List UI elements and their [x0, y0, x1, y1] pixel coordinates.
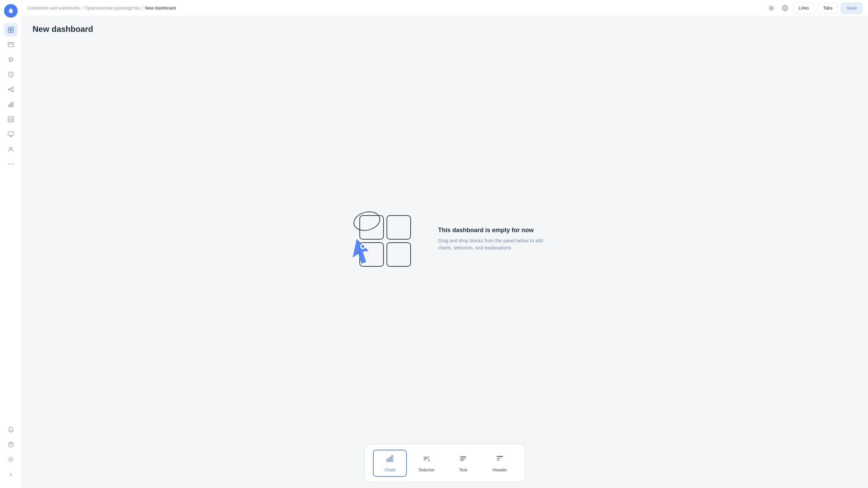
sidebar-item-datasets[interactable] — [4, 113, 18, 126]
selector-label: Selector — [418, 467, 435, 472]
sidebar-item-notifications[interactable] — [4, 423, 18, 436]
header-icon — [496, 454, 504, 465]
text-label: Text — [459, 467, 467, 472]
palette-item-selector[interactable]: Selector — [410, 450, 443, 477]
links-button[interactable]: Links — [793, 3, 815, 14]
breadcrumb-part-1[interactable]: Collections and workbooks — [27, 5, 80, 11]
svg-point-19 — [11, 446, 11, 446]
breadcrumb-sep-1: / — [82, 5, 83, 11]
svg-rect-9 — [8, 105, 10, 107]
svg-point-6 — [8, 89, 10, 90]
svg-point-15 — [8, 164, 9, 165]
svg-rect-11 — [12, 102, 13, 107]
settings-icon-btn[interactable] — [766, 3, 777, 14]
svg-point-24 — [361, 245, 364, 248]
page-header: New dashboard — [22, 16, 868, 39]
main-area: Collections and workbooks / Практические… — [22, 0, 868, 488]
svg-rect-12 — [8, 117, 14, 122]
chart-label: Chart — [384, 467, 395, 472]
sidebar-item-more[interactable] — [4, 157, 18, 171]
breadcrumb-sep-2: / — [142, 5, 143, 11]
svg-point-14 — [9, 147, 12, 149]
breadcrumb: Collections and workbooks / Практические… — [27, 5, 763, 11]
breadcrumb-part-2[interactable]: Практические руководства — [85, 5, 140, 11]
svg-rect-4 — [8, 43, 14, 47]
sidebar-nav — [4, 23, 18, 423]
svg-rect-1 — [11, 27, 14, 29]
sidebar-item-settings[interactable] — [4, 453, 18, 466]
empty-heading: This dashboard is empty for now — [438, 227, 547, 234]
sidebar-item-feeds[interactable] — [4, 68, 18, 81]
tabs-button[interactable]: Tabs — [817, 3, 838, 14]
svg-point-16 — [10, 164, 11, 165]
sidebar-collapse-btn[interactable] — [4, 468, 18, 481]
text-icon — [459, 454, 467, 465]
svg-point-7 — [12, 87, 13, 89]
sidebar-item-grid[interactable] — [4, 23, 18, 37]
svg-rect-2 — [8, 30, 11, 33]
svg-rect-0 — [8, 27, 11, 29]
svg-rect-27 — [392, 455, 393, 462]
svg-rect-26 — [389, 457, 391, 462]
sidebar-item-monitors[interactable] — [4, 127, 18, 141]
topbar-actions: Links Tabs Save — [766, 3, 863, 14]
empty-illustration — [343, 205, 418, 273]
blue-cursor-shape — [347, 236, 374, 266]
info-icon-btn[interactable] — [780, 3, 790, 14]
save-button[interactable]: Save — [841, 3, 863, 14]
sidebar — [0, 0, 22, 488]
svg-rect-25 — [387, 459, 388, 462]
grid-sq-4 — [387, 242, 411, 267]
svg-point-21 — [770, 7, 772, 9]
svg-point-17 — [13, 164, 14, 165]
header-label: Header — [493, 467, 507, 472]
page-title: New dashboard — [33, 24, 857, 34]
chart-icon — [386, 454, 394, 465]
palette-item-text[interactable]: Text — [446, 450, 480, 477]
grid-sq-2 — [387, 215, 411, 240]
palette-item-chart[interactable]: Chart — [373, 450, 407, 477]
sidebar-item-help[interactable] — [4, 438, 18, 451]
svg-rect-13 — [8, 132, 14, 136]
sidebar-bottom — [4, 423, 18, 484]
empty-state: This dashboard is empty for now Drag and… — [22, 39, 868, 439]
topbar: Collections and workbooks / Практические… — [22, 0, 868, 16]
app-logo[interactable] — [4, 4, 18, 18]
sidebar-item-charts[interactable] — [4, 98, 18, 111]
empty-text: This dashboard is empty for now Drag and… — [438, 227, 547, 251]
palette-item-header[interactable]: Header — [483, 450, 517, 477]
svg-rect-3 — [11, 30, 14, 33]
bottom-panel: Chart Selector — [22, 439, 868, 488]
selector-icon — [422, 454, 431, 465]
sidebar-item-connections[interactable] — [4, 83, 18, 96]
svg-rect-10 — [10, 103, 12, 107]
content-area: New dashboard — [22, 16, 868, 488]
sidebar-item-favorites[interactable] — [4, 53, 18, 66]
block-palette: Chart Selector — [364, 444, 525, 483]
empty-description: Drag and drop blocks from the panel belo… — [438, 237, 547, 251]
svg-point-8 — [12, 90, 13, 92]
svg-point-20 — [10, 459, 12, 461]
sidebar-item-collections[interactable] — [4, 38, 18, 52]
sidebar-item-profile[interactable] — [4, 142, 18, 156]
breadcrumb-current: New dashboard — [145, 5, 176, 11]
